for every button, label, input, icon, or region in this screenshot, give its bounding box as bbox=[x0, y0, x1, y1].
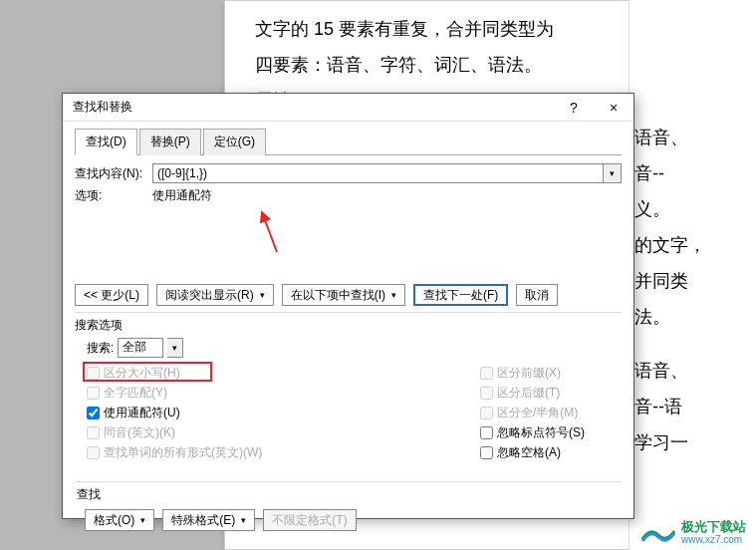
checkbox-wildcards[interactable]: 使用通配符(U) bbox=[87, 404, 480, 421]
watermark-text: 极光下载站 www.xz7.com bbox=[681, 520, 746, 545]
find-input[interactable] bbox=[152, 163, 604, 183]
checkbox-label: 查找单词的所有形式(英文)(W) bbox=[104, 444, 262, 461]
doc-line: 四要素：语音、字符、词汇、语法。 bbox=[255, 47, 671, 83]
separator bbox=[75, 481, 622, 482]
chevron-down-icon: ▾ bbox=[172, 343, 177, 353]
checkbox-suffix-input bbox=[480, 387, 493, 400]
checkbox-word-forms-input bbox=[87, 446, 100, 459]
checkbox-word-forms: 查找单词的所有形式(英文)(W) bbox=[87, 443, 480, 461]
checkbox-grid: 区分大小写(H) 全字匹配(Y) 使用通配符(U) 同音(英文)(K) 查找单词… bbox=[87, 364, 622, 461]
doc-fragment: 学习一 bbox=[634, 424, 751, 460]
checkbox-suffix: 区分后缀(T) bbox=[480, 384, 585, 402]
checkbox-label: 使用通配符(U) bbox=[104, 405, 180, 421]
options-row: 选项: 使用通配符 bbox=[75, 187, 622, 204]
checkbox-label: 区分前缀(X) bbox=[497, 365, 561, 382]
checkbox-wildcards-input[interactable] bbox=[87, 407, 100, 419]
search-options-label: 搜索选项 bbox=[75, 317, 622, 334]
search-direction-row: 搜索: 全部 ▾ bbox=[87, 338, 622, 358]
doc-line: 文字的 15 要素有重复，合并同类型为 bbox=[255, 11, 671, 47]
checkbox-match-case: 区分大小写(H) bbox=[87, 364, 480, 382]
find-next-button[interactable]: 查找下一处(F) bbox=[413, 284, 508, 306]
search-direction-dropdown[interactable]: ▾ bbox=[167, 338, 183, 358]
doc-fragment: 的文字， bbox=[634, 227, 751, 263]
doc-fragment: 并同类 bbox=[634, 263, 751, 299]
checkbox-whole-word: 全字匹配(Y) bbox=[87, 384, 480, 402]
doc-fragment: 义。 bbox=[634, 191, 751, 227]
doc-fragment: 语音、 bbox=[634, 353, 751, 389]
dialog-body: 查找(D) 替换(P) 定位(G) 查找内容(N): ▾ 选项: 使用通配符 bbox=[63, 122, 633, 541]
checkbox-col-left: 区分大小写(H) 全字匹配(Y) 使用通配符(U) 同音(英文)(K) 查找单词… bbox=[87, 364, 480, 461]
checkbox-col-right: 区分前缀(X) 区分后缀(T) 区分全/半角(M) 忽略标点符号(S) 忽略空格… bbox=[480, 364, 585, 461]
watermark-logo-icon bbox=[640, 521, 676, 543]
find-section-label: 查找 bbox=[77, 486, 622, 503]
checkbox-ignore-space[interactable]: 忽略空格(A) bbox=[480, 443, 585, 461]
watermark: 极光下载站 www.xz7.com bbox=[640, 520, 746, 545]
special-format-button[interactable]: 特殊格式(E) bbox=[162, 509, 255, 531]
doc-fragment: 音-- bbox=[634, 155, 751, 191]
dialog-title: 查找和替换 bbox=[73, 99, 554, 116]
doc-fragment: 语音、 bbox=[634, 120, 751, 155]
options-label: 选项: bbox=[75, 187, 152, 204]
close-button[interactable]: × bbox=[594, 94, 633, 122]
tab-goto[interactable]: 定位(G) bbox=[203, 129, 266, 155]
checkbox-label: 忽略空格(A) bbox=[497, 444, 561, 461]
chevron-down-icon: ▾ bbox=[610, 168, 615, 178]
checkbox-prefix-input bbox=[480, 367, 493, 380]
doc-right-fragment: 语音、 音-- 义。 的文字， 并同类 法。 语音、 音--语 学习一 bbox=[629, 0, 756, 550]
checkbox-label: 区分后缀(T) bbox=[497, 385, 560, 402]
no-format-button: 不限定格式(T) bbox=[263, 509, 356, 531]
search-direction-select[interactable]: 全部 bbox=[118, 338, 163, 358]
find-format-section: 查找 格式(O) 特殊格式(E) 不限定格式(T) bbox=[75, 481, 622, 531]
close-icon: × bbox=[610, 100, 618, 116]
watermark-url: www.xz7.com bbox=[681, 534, 746, 545]
svg-line-0 bbox=[262, 212, 277, 252]
tab-bar: 查找(D) 替换(P) 定位(G) bbox=[75, 128, 622, 155]
checkbox-full-half-input bbox=[480, 407, 493, 419]
action-button-row: << 更少(L) 阅读突出显示(R) 在以下项中查找(I) 查找下一处(F) 取… bbox=[75, 284, 622, 306]
checkbox-label: 区分大小写(H) bbox=[104, 365, 180, 382]
cancel-button[interactable]: 取消 bbox=[516, 284, 558, 306]
doc-fragment: 法。 bbox=[634, 299, 751, 335]
search-in-button[interactable]: 在以下项中查找(I) bbox=[282, 284, 405, 306]
annotation-arrow bbox=[257, 207, 297, 257]
search-direction-label: 搜索: bbox=[87, 340, 114, 357]
find-history-dropdown[interactable]: ▾ bbox=[604, 163, 622, 183]
checkbox-prefix: 区分前缀(X) bbox=[480, 364, 585, 382]
find-label: 查找内容(N): bbox=[75, 165, 152, 182]
checkbox-ignore-punct-input[interactable] bbox=[480, 426, 493, 439]
checkbox-match-case-input bbox=[87, 367, 100, 380]
help-button[interactable]: ? bbox=[554, 94, 594, 122]
find-row: 查找内容(N): ▾ bbox=[75, 163, 622, 183]
separator bbox=[75, 312, 622, 313]
tab-replace[interactable]: 替换(P) bbox=[139, 129, 201, 155]
format-button[interactable]: 格式(O) bbox=[85, 509, 154, 531]
checkbox-label: 全字匹配(Y) bbox=[104, 385, 167, 402]
checkbox-sounds-like: 同音(英文)(K) bbox=[87, 423, 480, 441]
help-icon: ? bbox=[570, 100, 578, 116]
checkbox-whole-word-input bbox=[87, 387, 100, 400]
dialog-titlebar[interactable]: 查找和替换 ? × bbox=[63, 94, 633, 122]
find-replace-dialog: 查找和替换 ? × 查找(D) 替换(P) 定位(G) 查找内容(N): ▾ 选… bbox=[62, 93, 634, 519]
reading-highlight-button[interactable]: 阅读突出显示(R) bbox=[156, 284, 274, 306]
checkbox-label: 区分全/半角(M) bbox=[497, 405, 578, 421]
checkbox-ignore-space-input[interactable] bbox=[480, 446, 493, 459]
checkbox-full-half: 区分全/半角(M) bbox=[480, 404, 585, 421]
checkbox-label: 同音(英文)(K) bbox=[104, 424, 175, 441]
checkbox-ignore-punct[interactable]: 忽略标点符号(S) bbox=[480, 423, 585, 441]
doc-fragment: 音--语 bbox=[634, 389, 751, 424]
tab-find[interactable]: 查找(D) bbox=[75, 129, 137, 155]
options-value: 使用通配符 bbox=[152, 187, 212, 204]
less-options-button[interactable]: << 更少(L) bbox=[75, 284, 148, 306]
checkbox-label: 忽略标点符号(S) bbox=[497, 424, 585, 441]
watermark-name: 极光下载站 bbox=[681, 520, 746, 534]
checkbox-sounds-like-input bbox=[87, 426, 100, 439]
format-buttons-row: 格式(O) 特殊格式(E) 不限定格式(T) bbox=[85, 509, 622, 531]
